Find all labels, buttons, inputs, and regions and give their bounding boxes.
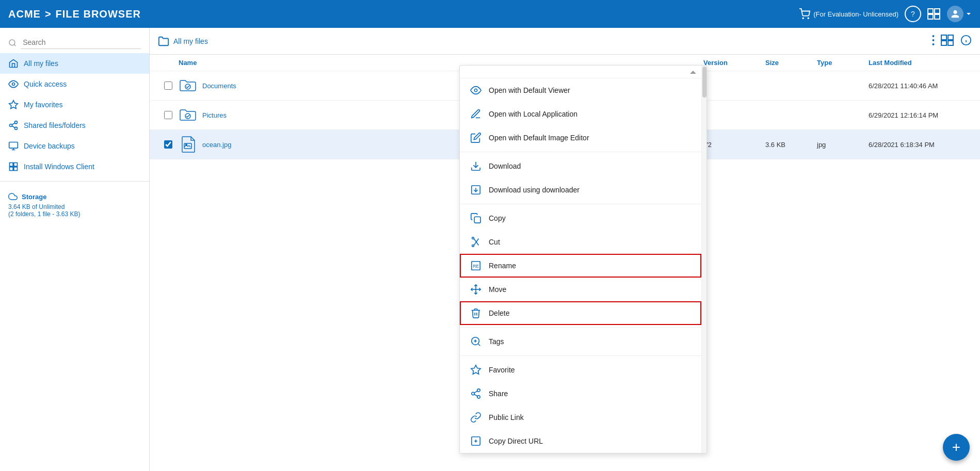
context-menu-open-default-viewer[interactable]: Open with Default Viewer xyxy=(460,78,701,102)
modified-pictures: 6/29/2021 12:16:14 PM xyxy=(869,111,972,119)
list-view-button[interactable] xyxy=(941,35,954,48)
list-view-icon xyxy=(941,35,954,46)
app-title: FILE BROWSER xyxy=(56,8,141,20)
cm-label-open-image-editor: Open with Default Image Editor xyxy=(489,134,589,142)
eye-cm-icon xyxy=(470,85,481,96)
sidebar-item-device-backups[interactable]: Device backups xyxy=(0,136,149,156)
svg-rect-17 xyxy=(10,167,13,171)
user-avatar-icon xyxy=(951,9,960,19)
star-cm-icon xyxy=(470,364,481,376)
col-modified[interactable]: Last Modified xyxy=(869,59,972,67)
pencil-cm-icon xyxy=(470,132,481,143)
sidebar-label-install-windows: Install Windows Client xyxy=(24,163,94,171)
main-container: All my files Quick access My favorites S… xyxy=(0,28,980,471)
cut-cm-icon xyxy=(470,236,481,248)
svg-point-21 xyxy=(933,43,935,45)
context-menu-download-downloader[interactable]: Download using downloader xyxy=(460,178,701,202)
cm-label-cut: Cut xyxy=(489,238,500,246)
sidebar-item-shared-files[interactable]: Shared files/folders xyxy=(0,115,149,136)
context-menu-favorite[interactable]: Favorite xyxy=(460,358,701,382)
context-menu-tags[interactable]: Tags xyxy=(460,330,701,353)
context-menu-cut[interactable]: Cut xyxy=(460,230,701,254)
help-button[interactable]: ? xyxy=(905,6,921,22)
file-icon-ocean xyxy=(179,135,197,154)
share-icon xyxy=(8,120,19,131)
sidebar-item-install-windows[interactable]: Install Windows Client xyxy=(0,156,149,177)
context-menu-header xyxy=(460,66,701,78)
context-menu-rename[interactable]: RE Rename xyxy=(460,254,701,278)
svg-line-13 xyxy=(12,123,15,124)
sidebar-item-all-my-files[interactable]: All my files xyxy=(0,53,149,74)
cm-divider-1 xyxy=(460,152,701,152)
svg-rect-18 xyxy=(14,167,18,171)
context-menu-open-local-app[interactable]: Open with Local Application xyxy=(460,102,701,126)
context-menu-download[interactable]: Download xyxy=(460,154,701,178)
scrollbar-thumb xyxy=(702,67,706,98)
storage-title: Storage xyxy=(22,193,46,201)
svg-rect-14 xyxy=(9,142,18,149)
context-menu-delete[interactable]: Delete xyxy=(460,301,701,325)
svg-rect-3 xyxy=(935,9,940,13)
row-checkbox-ocean[interactable] xyxy=(158,140,179,149)
toolbar-left: All my files xyxy=(158,36,208,47)
content-area: All my files xyxy=(150,28,980,471)
move-cm-icon xyxy=(470,284,481,295)
row-checkbox-documents[interactable] xyxy=(158,82,179,90)
folder-breadcrumb-icon xyxy=(158,36,169,47)
cart-icon xyxy=(799,8,810,20)
cm-label-delete: Delete xyxy=(489,309,509,317)
toolbar-right xyxy=(932,35,972,48)
cm-divider-3 xyxy=(460,327,701,328)
sidebar-item-quick-access[interactable]: Quick access xyxy=(0,74,149,94)
checkbox-pictures[interactable] xyxy=(164,111,172,119)
context-menu-share[interactable]: Share xyxy=(460,382,701,405)
svg-rect-5 xyxy=(935,14,940,19)
col-type[interactable]: Type xyxy=(817,59,869,67)
filename-documents: Documents xyxy=(202,82,236,90)
storage-info: Storage 3.64 KB of Unlimited (2 folders,… xyxy=(0,186,149,224)
svg-point-9 xyxy=(15,121,18,124)
context-menu-scrollbar[interactable] xyxy=(701,66,706,453)
pen-cm-icon xyxy=(470,108,481,120)
context-menu-copy-direct-url[interactable]: Copy Direct URL xyxy=(460,429,701,453)
info-button[interactable] xyxy=(960,35,972,48)
svg-point-11 xyxy=(15,127,18,129)
context-menu-public-link[interactable]: Public Link xyxy=(460,405,701,429)
col-version[interactable]: Version xyxy=(703,59,765,67)
download-cm-icon xyxy=(470,160,481,172)
folder-icon xyxy=(180,108,196,122)
svg-line-53 xyxy=(474,394,477,396)
fab-add-button[interactable]: + xyxy=(943,434,970,461)
svg-point-51 xyxy=(472,392,475,395)
svg-point-32 xyxy=(186,144,187,146)
context-menu-open-image-editor[interactable]: Open with Default Image Editor xyxy=(460,126,701,150)
cm-label-rename: Rename xyxy=(489,262,516,270)
checkbox-ocean[interactable] xyxy=(164,140,172,149)
svg-point-7 xyxy=(12,83,15,86)
cm-label-download-downloader: Download using downloader xyxy=(489,186,580,194)
tags-cm-icon xyxy=(470,336,481,347)
brand-name: ACME xyxy=(8,8,41,20)
svg-point-39 xyxy=(472,237,474,239)
user-menu-button[interactable] xyxy=(947,6,972,22)
svg-line-54 xyxy=(474,391,477,393)
type-ocean: jpg xyxy=(817,141,869,149)
svg-point-20 xyxy=(933,39,935,41)
home-icon xyxy=(8,58,19,69)
more-options-button[interactable] xyxy=(932,35,935,48)
modified-documents: 6/28/2021 11:40:46 AM xyxy=(869,82,972,90)
col-size[interactable]: Size xyxy=(765,59,817,67)
eye-icon xyxy=(8,79,19,89)
sidebar-item-my-favorites[interactable]: My favorites xyxy=(0,94,149,115)
cm-divider-4 xyxy=(460,355,701,356)
context-menu-copy[interactable]: Copy xyxy=(460,206,701,230)
windows-icon xyxy=(8,161,19,172)
context-menu-move[interactable]: Move xyxy=(460,278,701,301)
grid-view-button[interactable] xyxy=(927,8,941,20)
svg-point-6 xyxy=(9,39,15,45)
chevron-up-icon[interactable] xyxy=(689,68,697,76)
search-input[interactable] xyxy=(21,36,141,49)
checkbox-documents[interactable] xyxy=(164,82,172,90)
row-checkbox-pictures[interactable] xyxy=(158,111,179,119)
share-cm-icon xyxy=(470,388,481,399)
